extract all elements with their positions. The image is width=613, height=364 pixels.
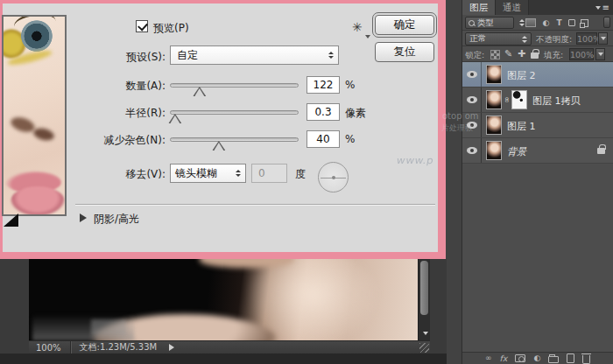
radius-input[interactable]: 0.3 [306,103,340,121]
slider-track[interactable] [170,110,299,115]
watermark-text: 片处理教 [441,122,473,134]
eye-icon [467,147,477,154]
adjustment-layer-filter-icon[interactable]: ◐ [540,18,552,28]
status-arrow-icon[interactable] [169,344,174,351]
zoom-level-field[interactable]: 100% [29,343,70,353]
lock-label: 锁定: [465,50,484,61]
amount-unit: % [345,79,355,91]
radius-label: 半径(R): [81,106,166,121]
canvas-image[interactable] [29,259,418,340]
filter-kind-label: 类型 [477,18,494,29]
slider-track[interactable] [170,83,299,88]
panel-tab-bar: 图层 通道 [462,0,613,15]
layer-name[interactable]: 图层 1拷贝 [532,94,581,108]
lock-position-move-icon[interactable]: ✚ [518,49,525,59]
lock-transparency-icon[interactable] [490,50,500,60]
document-size-info: 文档:1.23M/5.33M [71,341,158,354]
menu-lines-icon: ≡ [602,4,609,12]
visibility-toggle[interactable] [462,138,482,163]
layer-style-fx-icon[interactable]: fx [500,354,508,363]
layer-thumbnail[interactable] [486,116,502,135]
resize-grip[interactable] [419,343,429,353]
gear-icon[interactable]: ✳ [352,21,363,33]
lock-all-icon[interactable] [531,52,539,59]
visibility-toggle[interactable] [462,62,482,87]
opacity-dropdown-button[interactable] [598,32,608,45]
opacity-value[interactable]: 100% [576,32,597,45]
remove-label: 移去(V): [81,167,166,182]
vertical-scrollbar[interactable] [418,259,430,340]
type-layer-filter-icon[interactable]: T [553,18,565,28]
smart-object-filter-icon[interactable] [579,18,590,28]
shape-layer-filter-icon[interactable] [566,18,577,28]
shadows-highlights-label[interactable]: 阴影/高光 [94,212,139,227]
ok-button[interactable]: 确定 [375,15,434,35]
preset-value: 自定 [177,48,198,63]
layer-mask-thumbnail[interactable] [511,90,527,109]
layer-name[interactable]: 图层 1 [507,120,536,133]
amount-input[interactable]: 122 [306,76,340,94]
scrollbar-thumb[interactable] [420,261,428,315]
disclosure-triangle-icon[interactable] [80,214,87,222]
preview-checkbox-label: 预览(P) [153,21,189,36]
slider-track[interactable] [170,137,299,142]
add-layer-mask-icon[interactable] [515,354,525,362]
link-layers-icon[interactable]: ∞ [485,354,492,362]
scrollbar-arrow-icon[interactable] [423,332,428,335]
filter-kind-dropdown[interactable]: 类型 [465,17,514,29]
angle-unit: 度 [295,167,306,182]
radius-slider[interactable] [170,108,299,122]
angle-dial[interactable] [318,162,349,192]
layer-thumbnail[interactable] [486,141,502,160]
fill-dropdown-button[interactable] [595,48,605,60]
nostril [9,115,36,135]
status-bar: 100% 文档:1.23M/5.33M [29,340,430,354]
filter-toggle-switch[interactable] [603,17,610,28]
panel-bottom-bar: ∞ fx ◐ [462,352,613,364]
new-layer-icon[interactable] [567,354,574,363]
pixel-layer-filter-icon[interactable] [525,18,536,27]
layer-row-background[interactable]: 背景 [462,138,613,164]
lock-pixels-brush-icon[interactable]: ✎ [504,49,512,59]
tab-layers[interactable]: 图层 [462,0,496,15]
reset-button[interactable]: 复位 [375,42,434,62]
blend-mode-dropdown[interactable]: 正常 [465,32,532,46]
opacity-label: 不透明度: [536,34,572,46]
lower-lip [11,186,65,216]
panel-menu-button[interactable]: ≡ [595,4,609,12]
chevron-down-icon [365,35,370,38]
reduce-noise-slider[interactable] [170,135,299,149]
layer-row-layer1[interactable]: 图层 1 [462,113,613,138]
preset-dropdown[interactable]: 自定 [170,46,339,65]
angle-input: 0 [251,164,287,183]
layer-row-layer1-copy[interactable]: ∞ 图层 1拷贝 [462,88,613,113]
reduce-noise-input[interactable]: 40 [306,130,340,148]
slider-thumb[interactable] [212,141,225,150]
layer-name[interactable]: 背景 [507,145,526,158]
layer-filter-row: 类型 ◐ T [462,15,613,31]
preview-checkbox[interactable] [136,20,148,32]
slider-thumb[interactable] [193,87,206,96]
tab-channels[interactable]: 通道 [496,0,529,15]
square-icon [568,19,575,26]
layer-name[interactable]: 图层 2 [507,69,536,82]
remove-value: 镜头模糊 [175,166,217,181]
layers-panel: 图层 通道 ≡ 类型 ◐ T 正常 不透明度: 100% [462,0,613,364]
lock-icon [597,148,605,154]
new-adjustment-layer-icon[interactable]: ◐ [533,354,540,362]
layer-row-layer2[interactable]: 图层 2 [462,62,613,88]
new-group-icon[interactable] [548,356,559,363]
preview-thumbnail[interactable] [2,15,67,216]
fill-value[interactable]: 100% [569,48,594,60]
layer-thumbnail[interactable] [486,90,502,109]
visibility-toggle[interactable] [462,88,482,112]
nostril [32,126,55,142]
eye-icon [467,71,477,78]
delete-layer-icon[interactable] [582,355,590,364]
chevron-down-icon [598,52,603,56]
remove-dropdown[interactable]: 镜头模糊 [170,164,246,183]
blend-options-row: 正常 不透明度: 100% [462,31,613,46]
amount-slider[interactable] [170,80,299,94]
layer-thumbnail[interactable] [486,65,502,84]
slider-thumb[interactable] [168,114,181,123]
